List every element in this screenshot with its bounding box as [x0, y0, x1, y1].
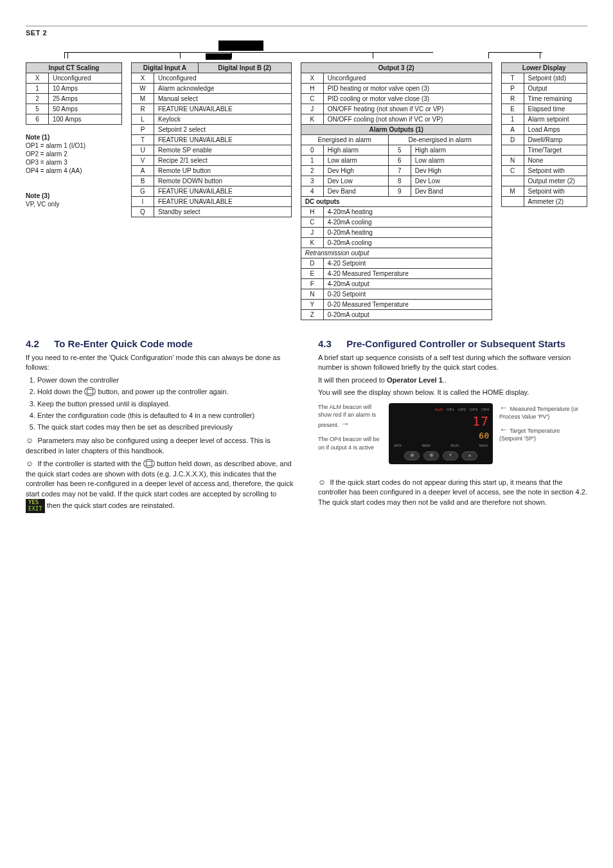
table-row: Y0-20 Measured Temperature — [301, 300, 492, 310]
table-row: Ammeter (2) — [501, 197, 587, 207]
table-row: XUnconfigured — [26, 73, 122, 84]
table-row: DDwell/Ramp — [501, 135, 587, 145]
table-row: QStandby select — [132, 207, 292, 217]
table-row: RTime remaining — [501, 94, 587, 104]
device-scroll-button — [423, 451, 439, 460]
table-row: 1Low alarm6Low alarm — [301, 156, 492, 166]
table-row: CPID cooling or motor valve close (3) — [301, 94, 492, 104]
table-row: VRecipe 2/1 select — [132, 156, 292, 166]
note-line: OP4 = alarm 4 (AA) — [26, 167, 122, 174]
table-row: PSetpoint 2 select — [132, 125, 292, 135]
page-button-icon — [84, 387, 96, 396]
sp-readout: 60 — [393, 430, 489, 442]
table-row: LKeylock — [132, 114, 292, 125]
section-42-intro: If you need to re-enter the 'Quick Confi… — [26, 353, 295, 373]
table-row: E4-20 Measured Temperature — [301, 269, 492, 279]
section-43-heading: 4.3 Pre-Configured Controller or Subsequ… — [318, 338, 587, 349]
alarm-energised: Energised in alarm — [301, 135, 388, 145]
digital-a-title: Digital Input A — [132, 63, 199, 73]
mode-label: MAN — [479, 443, 488, 448]
led-op1: OP1 — [447, 407, 454, 412]
table-lower-display: Lower Display TSetpoint (std) POutput RT… — [501, 62, 588, 207]
note-line: OP3 = alarm 3 — [26, 159, 122, 166]
smiley-icon: ☺ — [26, 436, 33, 445]
notes-block: Note (1) OP1 = alarm 1 (I/O1) OP2 = alar… — [26, 134, 122, 208]
note-line: VP, VC only — [26, 201, 122, 208]
table-row: 550 Amps — [26, 104, 122, 114]
section-number: 4.3 — [318, 338, 344, 349]
annotation-alm: The ALM beacon will show red if an alarm… — [318, 403, 382, 429]
list-item: Enter the configuration code (this is de… — [37, 411, 295, 420]
table-row: TFEATURE UNAVAILABLE — [132, 135, 292, 145]
device-figure: The ALM beacon will show red if an alarm… — [318, 403, 587, 464]
table-row: 6100 Amps — [26, 114, 122, 125]
table-row: K0-20mA cooling — [301, 238, 492, 248]
lower-display-title: Lower Display — [501, 63, 587, 73]
table-row: 225 Amps — [26, 94, 122, 104]
section-42-para2: ☺ If the controller is started with the … — [26, 458, 295, 514]
led-op2: OP2 — [458, 407, 466, 412]
section-43-p1: A brief start up sequence consists of a … — [318, 353, 587, 373]
rail-diagram — [26, 41, 587, 60]
section-42-para1: ☺ Parameters may also be configured usin… — [26, 435, 295, 456]
smiley-icon: ☺ — [26, 459, 33, 468]
table-row: JON/OFF heating (not shown if VC or VP) — [301, 104, 492, 114]
section-43-p3: You will see the display shown below. It… — [318, 388, 587, 397]
table-row: HPID heating or motor valve open (3) — [301, 84, 492, 94]
table-row: XUnconfigured — [301, 73, 492, 84]
table-row: RFEATURE UNAVAILABLE — [132, 104, 292, 114]
list-item: Keep the button pressed until is display… — [37, 399, 295, 409]
set-heading: SET 2 — [26, 29, 587, 37]
smiley-icon: ☺ — [318, 478, 326, 487]
note-1-head: Note (1) — [26, 134, 122, 141]
output3-title: Output 3 (2) — [301, 63, 492, 73]
note-line: OP2 = alarm 2 — [26, 150, 122, 158]
digital-b-title: Digital Input B (2) — [198, 63, 291, 73]
annotation-right: ← Measured Temperature (or Process Value… — [499, 403, 583, 443]
table-row: ARemote UP button — [132, 166, 292, 176]
alarm-deenergised: De-energised in alarm — [388, 135, 492, 145]
table-row: Z0-20mA output — [301, 310, 492, 320]
annotation-op4: The OP4 beacon will be on if output 4 is… — [318, 435, 382, 451]
section-title: To Re-Enter Quick Code mode — [54, 338, 193, 349]
table-row: BRemote DOWN button — [132, 176, 292, 186]
table-row: KON/OFF cooling (not shown if VC or VP) — [301, 114, 492, 125]
table-row: 1Alarm setpoint — [501, 114, 587, 125]
table-row: URemote SP enable — [132, 145, 292, 156]
table-ct-title: Input CT Scaling — [26, 63, 122, 73]
alarm-outputs-title: Alarm Outputs (1) — [301, 125, 492, 135]
led-op3: OP3 — [470, 407, 477, 412]
table-row: N0-20 Setpoint — [301, 289, 492, 300]
list-item: The quick start codes may then be set as… — [37, 422, 295, 432]
led-op4: OP4 — [481, 407, 489, 412]
table-row: C4-20mA cooling — [301, 217, 492, 228]
note-3-head: Note (3) — [26, 192, 122, 199]
list-item: Power down the controller — [37, 375, 295, 385]
section-number: 4.2 — [26, 338, 51, 349]
list-item: Hold down the button, and power up the c… — [37, 387, 295, 397]
section-42-steps: Power down the controller Hold down the … — [37, 375, 295, 433]
note-line: OP1 = alarm 1 (I/O1) — [26, 142, 122, 149]
table-row: XUnconfigured — [132, 73, 292, 84]
table-row: POutput — [501, 84, 587, 94]
table-row: 0High alarm5High alarm — [301, 145, 492, 156]
table-row: J0-20mA heating — [301, 228, 492, 238]
table-row: IFEATURE UNAVAILABLE — [132, 197, 292, 207]
exit-badge-icon: YESEXIT — [26, 499, 45, 514]
table-row: TSetpoint (std) — [501, 73, 587, 84]
controller-device: ALM OP1 OP2 OP3 OP4 17 60 SPX REM RUN MA… — [389, 403, 493, 464]
section-42-heading: 4.2 To Re-Enter Quick Code mode — [26, 338, 295, 349]
mode-label: SPX — [394, 443, 402, 448]
dc-outputs-title: DC outputs — [301, 197, 492, 207]
table-row: 2Dev High7Dev High — [301, 166, 492, 176]
mode-label: REM — [422, 443, 430, 448]
table-ct-scaling: Input CT Scaling XUnconfigured 110 Amps … — [26, 62, 122, 125]
section-43-p2: It will then proceed to Operator Level 1… — [318, 375, 587, 385]
table-row: GFEATURE UNAVAILABLE — [132, 186, 292, 197]
table-row: NNone — [501, 156, 587, 166]
device-page-button — [404, 451, 420, 460]
table-row: WAlarm acknowledge — [132, 84, 292, 94]
table-row: H4-20mA heating — [301, 207, 492, 217]
table-digital-inputs: Digital Input A Digital Input B (2) XUnc… — [131, 62, 292, 217]
table-row: 4Dev Band9Dev Band — [301, 186, 492, 197]
